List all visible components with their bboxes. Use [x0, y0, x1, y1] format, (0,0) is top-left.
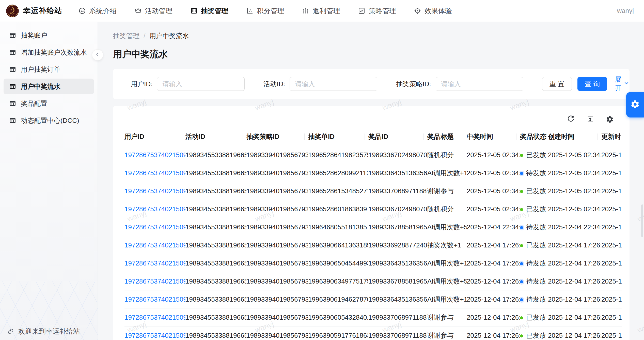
cell-status: 待发放 — [520, 254, 548, 272]
column-height-icon[interactable] — [586, 115, 594, 123]
expand-toggle[interactable]: 展开 — [615, 75, 630, 93]
sidebar-item[interactable]: 用户抽奖订单 — [4, 62, 94, 77]
top-nav-item[interactable]: 策略管理 — [358, 6, 396, 16]
filter-user-id: 用户ID: — [131, 77, 245, 91]
column-header: 抽奖策略ID — [246, 128, 308, 146]
top-nav-item[interactable]: 积分管理 — [246, 6, 284, 16]
page-title: 用户中奖流水 — [113, 48, 630, 61]
user-id-link[interactable]: 1972867537402150914 — [124, 259, 185, 267]
user-id-link[interactable]: 1972867537402150914 — [124, 277, 185, 285]
cell-order-id: 1996390591776186369 — [308, 327, 368, 340]
user-id-input[interactable] — [157, 77, 245, 91]
cell-strategy-id: 1989339401985679361 — [246, 236, 308, 254]
table-settings-gear-icon[interactable] — [606, 115, 614, 123]
cell-user-id: 1972867537402150914 — [124, 290, 185, 308]
user-id-link[interactable]: 1972867537402150914 — [124, 205, 185, 213]
top-nav-item[interactable]: 效果体验 — [414, 6, 452, 16]
user-id-link[interactable]: 1972867537402150914 — [124, 151, 185, 159]
activity-id-input[interactable] — [290, 77, 377, 91]
cell-prize-id: 1989336435136356353 — [368, 290, 427, 308]
top-nav-label: 效果体验 — [425, 6, 452, 16]
top-nav-item[interactable]: 抽奖管理 — [190, 6, 228, 16]
user-id-link[interactable]: 1972867537402150914 — [124, 241, 185, 249]
filter-user-id-label: 用户ID: — [131, 80, 152, 88]
cell-order-id: 1996528615348527105 — [308, 182, 368, 200]
cell-user-id: 1972867537402150914 — [124, 272, 185, 290]
column-header: 活动ID — [185, 128, 246, 146]
prize-box-icon — [190, 7, 198, 14]
cell-status: 待发放 — [520, 164, 548, 182]
cell-prize-id: 1989336702498070529 — [368, 146, 427, 164]
table-row: 1972867537402150914198934553388196659419… — [124, 200, 622, 218]
cell-user-id: 1972867537402150914 — [124, 164, 185, 182]
cell-update-time: 2025-1 — [601, 272, 622, 290]
cell-strategy-id: 1989339401985679361 — [246, 164, 308, 182]
cell-status: 已发放 — [520, 146, 548, 164]
user-id-link[interactable]: 1972867537402150914 — [124, 314, 185, 321]
status-dot — [520, 262, 523, 265]
welcome-text: 欢迎来到幸运补给站 — [18, 327, 80, 336]
cell-win-time: 2025-12-05 02:34:57 — [467, 146, 520, 164]
status-dot — [520, 190, 523, 193]
page-scrollbar-thumb[interactable] — [641, 204, 643, 237]
query-button[interactable]: 查 询 — [577, 77, 607, 91]
cell-activity-id: 1989345533881966594 — [185, 164, 246, 182]
table-toolbar — [124, 112, 622, 126]
cell-create-time: 2025-12-05 02:34:47 — [548, 200, 601, 218]
cell-prize-id: 1989336788581965826 — [368, 218, 427, 236]
refresh-icon[interactable] — [567, 115, 575, 123]
user-id-link[interactable]: 1972867537402150914 — [124, 332, 185, 339]
cell-create-time: 2025-12-04 17:26:36 — [548, 254, 601, 272]
cell-user-id: 1972867537402150914 — [124, 182, 185, 200]
chevron-down-icon — [623, 80, 630, 88]
table-row: 1972867537402150914198934553388196659419… — [124, 182, 622, 200]
filter-strategy-id-label: 抽奖策略ID: — [396, 80, 431, 88]
sidebar-item[interactable]: 抽奖账户 — [4, 27, 94, 43]
breadcrumb-separator: / — [144, 32, 145, 40]
cell-update-time: 2025-1 — [601, 327, 622, 340]
user-id-link[interactable]: 1972867537402150914 — [124, 295, 185, 303]
top-nav-item[interactable]: 系统介绍 — [78, 6, 117, 16]
user-id-link[interactable]: 1972867537402150914 — [124, 169, 185, 177]
cell-order-id: 1996468055181385729 — [308, 218, 368, 236]
sidebar-item[interactable]: 用户中奖流水 — [4, 79, 94, 94]
strategy-id-input[interactable] — [436, 77, 523, 91]
top-nav-label: 抽奖管理 — [201, 6, 228, 16]
cell-status: 待发放 — [520, 218, 548, 236]
top-nav-item[interactable]: 活动管理 — [134, 6, 172, 16]
table-row: 1972867537402150914198934553388196659419… — [124, 146, 622, 164]
cell-order-id: 1996390634977517570 — [308, 272, 368, 290]
top-nav-label: 返利管理 — [313, 6, 340, 16]
cell-order-id: 1996390664136318978 — [308, 236, 368, 254]
user-id-link[interactable]: 1972867537402150914 — [124, 223, 185, 231]
cell-activity-id: 1989345533881966594 — [185, 254, 246, 272]
column-header: 用户ID — [124, 128, 185, 146]
cell-update-time: 2025-1 — [601, 290, 622, 308]
top-nav-label: 活动管理 — [145, 6, 172, 16]
cell-prize-title: 谢谢参与 — [427, 308, 467, 327]
brand[interactable]: 幸运补给站 — [6, 5, 62, 17]
aim-icon — [414, 7, 421, 14]
breadcrumb-parent[interactable]: 抽奖管理 — [113, 32, 139, 40]
reset-button[interactable]: 重 置 — [542, 77, 572, 91]
user-name[interactable]: wanyj — [617, 7, 634, 15]
status-dot — [520, 334, 523, 337]
table-row: 1972867537402150914198934553388196659419… — [124, 236, 622, 254]
user-id-link[interactable]: 1972867537402150914 — [124, 187, 185, 195]
chevron-left-icon — [95, 52, 100, 58]
cell-win-time: 2025-12-05 02:34:47 — [467, 200, 520, 218]
cell-create-time: 2025-12-05 02:34:50 — [548, 182, 601, 200]
settings-gear-tab[interactable] — [626, 92, 644, 117]
sidebar-collapse-button[interactable] — [92, 49, 103, 61]
sidebar-item[interactable]: 动态配置中心(DCC) — [4, 113, 94, 128]
cell-create-time: 2025-12-04 22:34:11 — [548, 218, 601, 236]
sidebar-item[interactable]: 增加抽奖账户次数流水 — [4, 45, 94, 60]
cell-create-time: 2025-12-04 17:26:29 — [548, 290, 601, 308]
cell-prize-id: 1989336788581965826 — [368, 272, 427, 290]
cell-update-time: 2025-1 — [601, 200, 622, 218]
top-nav-item[interactable]: 返利管理 — [302, 6, 340, 16]
cell-status: 已发放 — [520, 236, 548, 254]
top-nav-label: 积分管理 — [257, 6, 284, 16]
column-header: 奖品状态 — [520, 128, 548, 146]
sidebar-item[interactable]: 奖品配置 — [4, 96, 94, 111]
